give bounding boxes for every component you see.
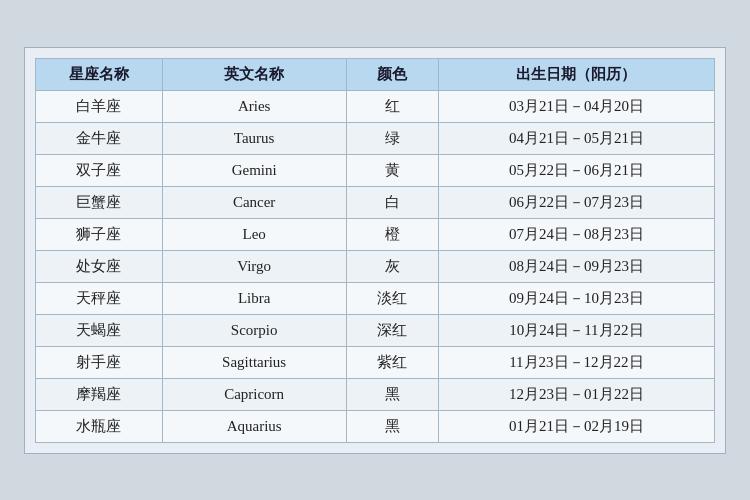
cell-en: Scorpio — [162, 314, 346, 346]
cell-en: Leo — [162, 218, 346, 250]
cell-date: 10月24日－11月22日 — [438, 314, 714, 346]
cell-color: 紫红 — [346, 346, 438, 378]
cell-en: Aquarius — [162, 410, 346, 442]
table-row: 射手座Sagittarius紫红11月23日－12月22日 — [36, 346, 715, 378]
cell-zh: 金牛座 — [36, 122, 163, 154]
cell-date: 11月23日－12月22日 — [438, 346, 714, 378]
cell-date: 09月24日－10月23日 — [438, 282, 714, 314]
cell-color: 黄 — [346, 154, 438, 186]
cell-date: 01月21日－02月19日 — [438, 410, 714, 442]
cell-en: Taurus — [162, 122, 346, 154]
cell-en: Virgo — [162, 250, 346, 282]
cell-en: Cancer — [162, 186, 346, 218]
cell-date: 07月24日－08月23日 — [438, 218, 714, 250]
cell-date: 04月21日－05月21日 — [438, 122, 714, 154]
cell-color: 绿 — [346, 122, 438, 154]
table-row: 狮子座Leo橙07月24日－08月23日 — [36, 218, 715, 250]
cell-zh: 巨蟹座 — [36, 186, 163, 218]
table-row: 水瓶座Aquarius黑01月21日－02月19日 — [36, 410, 715, 442]
cell-color: 淡红 — [346, 282, 438, 314]
table-header-row: 星座名称 英文名称 颜色 出生日期（阳历） — [36, 58, 715, 90]
cell-color: 橙 — [346, 218, 438, 250]
cell-zh: 狮子座 — [36, 218, 163, 250]
cell-zh: 白羊座 — [36, 90, 163, 122]
cell-en: Capricorn — [162, 378, 346, 410]
cell-color: 黑 — [346, 410, 438, 442]
cell-zh: 射手座 — [36, 346, 163, 378]
cell-color: 红 — [346, 90, 438, 122]
header-en: 英文名称 — [162, 58, 346, 90]
cell-date: 05月22日－06月21日 — [438, 154, 714, 186]
cell-zh: 双子座 — [36, 154, 163, 186]
cell-color: 黑 — [346, 378, 438, 410]
cell-date: 12月23日－01月22日 — [438, 378, 714, 410]
cell-date: 08月24日－09月23日 — [438, 250, 714, 282]
cell-en: Aries — [162, 90, 346, 122]
cell-en: Libra — [162, 282, 346, 314]
header-zh: 星座名称 — [36, 58, 163, 90]
cell-zh: 天蝎座 — [36, 314, 163, 346]
cell-zh: 天秤座 — [36, 282, 163, 314]
cell-date: 06月22日－07月23日 — [438, 186, 714, 218]
table-row: 白羊座Aries红03月21日－04月20日 — [36, 90, 715, 122]
cell-color: 白 — [346, 186, 438, 218]
cell-zh: 摩羯座 — [36, 378, 163, 410]
zodiac-table: 星座名称 英文名称 颜色 出生日期（阳历） 白羊座Aries红03月21日－04… — [35, 58, 715, 443]
cell-color: 灰 — [346, 250, 438, 282]
table-row: 摩羯座Capricorn黑12月23日－01月22日 — [36, 378, 715, 410]
cell-date: 03月21日－04月20日 — [438, 90, 714, 122]
header-date: 出生日期（阳历） — [438, 58, 714, 90]
zodiac-table-container: 星座名称 英文名称 颜色 出生日期（阳历） 白羊座Aries红03月21日－04… — [24, 47, 726, 454]
cell-en: Gemini — [162, 154, 346, 186]
table-row: 双子座Gemini黄05月22日－06月21日 — [36, 154, 715, 186]
table-row: 天蝎座Scorpio深红10月24日－11月22日 — [36, 314, 715, 346]
cell-en: Sagittarius — [162, 346, 346, 378]
header-color: 颜色 — [346, 58, 438, 90]
table-row: 处女座Virgo灰08月24日－09月23日 — [36, 250, 715, 282]
table-row: 天秤座Libra淡红09月24日－10月23日 — [36, 282, 715, 314]
table-row: 巨蟹座Cancer白06月22日－07月23日 — [36, 186, 715, 218]
cell-zh: 处女座 — [36, 250, 163, 282]
cell-zh: 水瓶座 — [36, 410, 163, 442]
table-row: 金牛座Taurus绿04月21日－05月21日 — [36, 122, 715, 154]
table-body: 白羊座Aries红03月21日－04月20日金牛座Taurus绿04月21日－0… — [36, 90, 715, 442]
cell-color: 深红 — [346, 314, 438, 346]
